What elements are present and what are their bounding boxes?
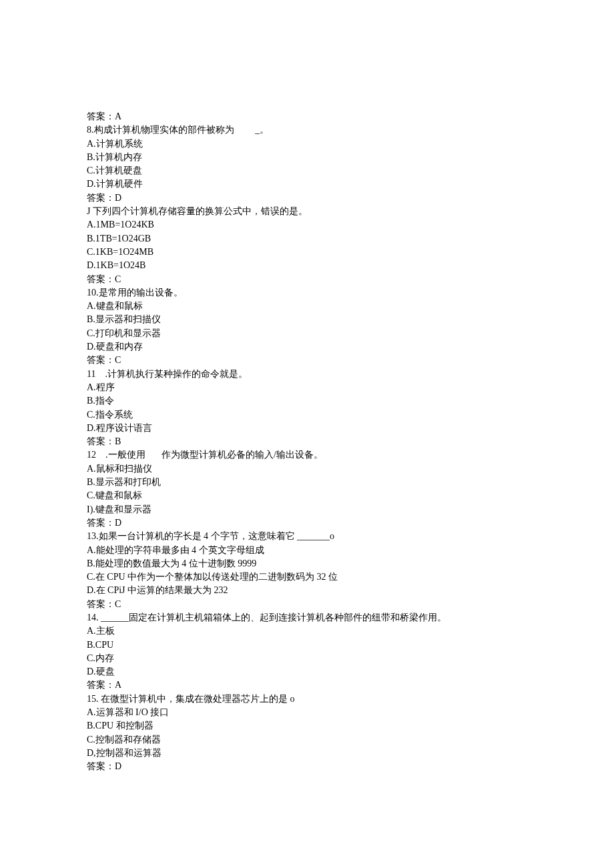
text-line: C.计算机硬盘 [87,164,527,177]
text-line: B.1TB=1O24GB [87,232,527,246]
text-line: 答案：D [87,191,527,205]
text-line: B.能处理的数值最大为 4 位十进制数 9999 [87,557,527,570]
text-line: 10.是常用的输出设备。 [87,286,527,300]
text-line: A.主板 [87,624,527,638]
text-line: 答案：C [87,354,527,367]
text-line: B.计算机内存 [87,151,527,164]
text-line: C.键盘和鼠标 [87,489,527,502]
text-line: 14. ______固定在计算机主机箱箱体上的、起到连接计算机各种部件的纽带和桥… [87,611,527,624]
text-line: 11 .计算机执行某种操作的命令就是。 [87,368,527,381]
text-line: A.能处理的字符串最多由 4 个英文字母组成 [87,544,527,557]
text-line: C.内存 [87,652,527,665]
text-line: C.在 CPU 中作为一个整体加以传送处理的二进制数码为 32 位 [87,570,527,584]
text-line: D.1KB=1O24B [87,259,527,272]
text-line: C.控制器和存储器 [87,733,527,747]
text-line: 答案：A [87,110,527,123]
text-line: D.硬盘 [87,665,527,679]
text-line: A.程序 [87,381,527,394]
text-line: B.指令 [87,394,527,408]
text-line: 15. 在微型计算机中，集成在微处理器芯片上的是 o [87,693,527,706]
text-line: D.计算机硬件 [87,177,527,191]
text-line: 13.如果一台计算机的字长是 4 个字节，这意味着它 _______o [87,530,527,543]
text-line: D.硬盘和内存 [87,340,527,354]
text-line: A.鼠标和扫描仪 [87,462,527,476]
text-line: 答案：D [87,516,527,530]
text-line: 8.构成计算机物理实体的部件被称为 _。 [87,123,527,137]
text-line: D.在 CPiJ 中运算的结果最大为 232 [87,584,527,597]
text-line: B.显示器和打印机 [87,476,527,489]
text-line: D,控制器和运算器 [87,747,527,760]
text-line: D.程序设计语言 [87,422,527,435]
text-line: B.CPU 和控制器 [87,719,527,733]
text-line: J 下列四个计算机存储容量的换算公式中，错误的是。 [87,205,527,218]
text-line: A.1MB=1O24KB [87,218,527,232]
text-line: A.计算机系统 [87,137,527,151]
document-page: 答案：A 8.构成计算机物理实体的部件被称为 _。 A.计算机系统 B.计算机内… [0,0,614,868]
text-line: C.1KB=1O24MB [87,246,527,259]
text-line: C.指令系统 [87,408,527,422]
text-line: A.运算器和 I/O 接口 [87,706,527,719]
text-line: 答案：C [87,273,527,286]
text-line: B.CPU [87,638,527,652]
text-line: 答案：C [87,598,527,611]
text-line: 12 .一般使用 作为微型计算机必备的输入/输出设备。 [87,448,527,462]
text-line: I).键盘和显示器 [87,503,527,516]
text-line: 答案：B [87,435,527,448]
text-line: 答案：D [87,760,527,773]
text-line: C.打印机和显示器 [87,327,527,340]
text-line: A.键盘和鼠标 [87,300,527,313]
text-line: 答案：A [87,679,527,692]
text-line: B.显示器和扫描仪 [87,313,527,326]
